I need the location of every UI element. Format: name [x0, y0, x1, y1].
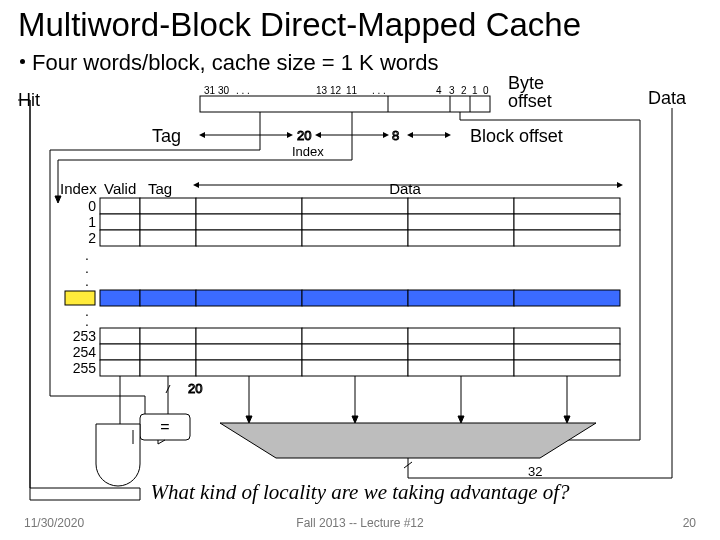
svg-rect-33: [514, 290, 620, 306]
svg-rect-41: [140, 344, 196, 360]
svg-rect-38: [408, 328, 514, 344]
svg-rect-47: [140, 360, 196, 376]
bit-3: 3: [449, 85, 455, 96]
svg-rect-23: [140, 230, 196, 246]
index-arrow-label: Index: [292, 144, 324, 159]
svg-rect-18: [196, 214, 302, 230]
svg-rect-48: [196, 360, 302, 376]
bit-4: 4: [436, 85, 442, 96]
svg-rect-40: [100, 344, 140, 360]
row-254: 254: [73, 344, 97, 360]
selected-index-box: [65, 291, 95, 305]
svg-rect-42: [196, 344, 302, 360]
svg-rect-21: [514, 214, 620, 230]
col-index: Index: [60, 180, 97, 197]
svg-rect-26: [408, 230, 514, 246]
index-width: 8: [392, 128, 399, 143]
bit-12: 12: [330, 85, 342, 96]
svg-rect-44: [408, 344, 514, 360]
svg-rect-19: [302, 214, 408, 230]
svg-rect-45: [514, 344, 620, 360]
row-1: 1: [88, 214, 96, 230]
svg-rect-49: [302, 360, 408, 376]
svg-rect-51: [514, 360, 620, 376]
bit-dots1: . . .: [236, 85, 250, 96]
field-arrows: 20 8: [202, 128, 448, 143]
svg-rect-32: [408, 290, 514, 306]
svg-rect-15: [514, 198, 620, 214]
svg-rect-39: [514, 328, 620, 344]
bit-11: 11: [346, 85, 358, 96]
row-255: 255: [73, 360, 97, 376]
compare-width: 20: [188, 381, 202, 396]
bit-0: 0: [483, 85, 489, 96]
svg-rect-50: [408, 360, 514, 376]
svg-rect-28: [100, 290, 140, 306]
address-wires: [50, 112, 640, 443]
tag-width: 20: [297, 128, 311, 143]
svg-marker-54: [352, 416, 358, 423]
row-253: 253: [73, 328, 97, 344]
out-width: 32: [528, 464, 542, 479]
svg-rect-34: [100, 328, 140, 344]
svg-line-61: [158, 440, 165, 444]
address-register: 31 30 . . . 13 12 11 . . . 4 3 2 1 0: [200, 85, 490, 112]
svg-rect-10: [100, 198, 140, 214]
bit-13: 13: [316, 85, 328, 96]
svg-rect-13: [302, 198, 408, 214]
svg-rect-14: [408, 198, 514, 214]
svg-rect-31: [302, 290, 408, 306]
svg-rect-25: [302, 230, 408, 246]
svg-marker-7: [55, 196, 61, 203]
cache-diagram: 31 30 . . . 13 12 11 . . . 4 3 2 1 0 20 …: [0, 0, 720, 540]
svg-rect-20: [408, 214, 514, 230]
row-dots-3: .: [85, 273, 89, 289]
svg-marker-56: [564, 416, 570, 423]
svg-rect-46: [100, 360, 140, 376]
svg-rect-30: [196, 290, 302, 306]
svg-rect-16: [100, 214, 140, 230]
svg-rect-12: [196, 198, 302, 214]
row-2: 2: [88, 230, 96, 246]
row-dots-5: .: [85, 313, 89, 329]
svg-rect-17: [140, 214, 196, 230]
svg-marker-55: [458, 416, 464, 423]
col-data: Data: [389, 180, 421, 197]
bit-2: 2: [461, 85, 467, 96]
col-valid: Valid: [104, 180, 136, 197]
bit-1: 1: [472, 85, 478, 96]
svg-rect-37: [302, 328, 408, 344]
svg-rect-24: [196, 230, 302, 246]
svg-rect-36: [196, 328, 302, 344]
eq-label: =: [160, 418, 169, 435]
svg-rect-29: [140, 290, 196, 306]
svg-rect-0: [200, 96, 490, 112]
svg-rect-22: [100, 230, 140, 246]
svg-rect-43: [302, 344, 408, 360]
bit-dots2: . . .: [372, 85, 386, 96]
comparator: =: [140, 414, 190, 440]
svg-marker-62: [220, 423, 596, 458]
row-0: 0: [88, 198, 96, 214]
svg-rect-11: [140, 198, 196, 214]
svg-marker-53: [246, 416, 252, 423]
svg-rect-35: [140, 328, 196, 344]
cache-table: Index Valid Tag Data .: [60, 180, 620, 376]
svg-rect-27: [514, 230, 620, 246]
bit-31: 31: [204, 85, 216, 96]
bit-30: 30: [218, 85, 230, 96]
col-tag: Tag: [148, 180, 172, 197]
svg-marker-60: [0, 94, 18, 106]
